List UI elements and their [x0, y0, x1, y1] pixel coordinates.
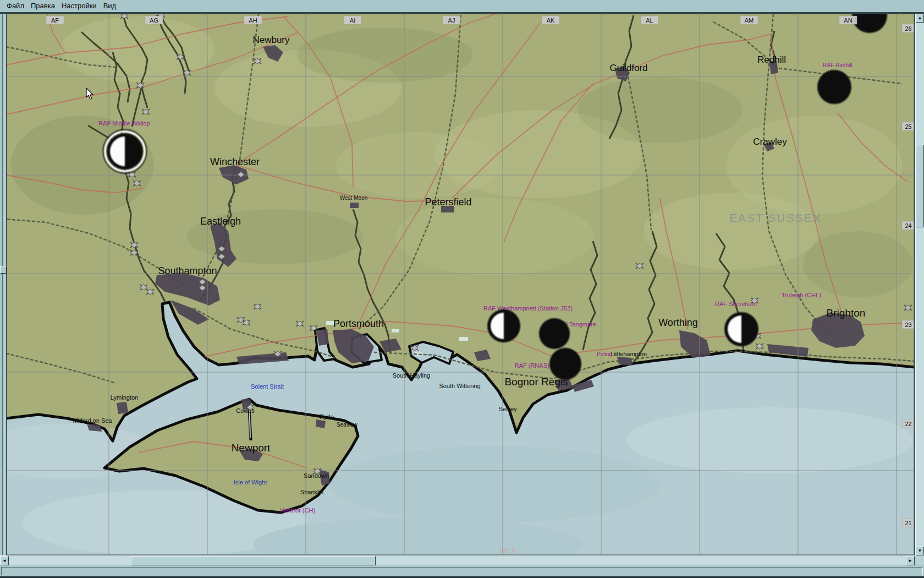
waypoint-marker-icon [130, 250, 138, 255]
svg-text:AL: AL [646, 17, 653, 24]
grid-row-23: 23 [902, 320, 915, 329]
svg-text:25: 25 [905, 123, 911, 130]
unit-icon-redhill[interactable] [817, 70, 851, 104]
waypoint-marker-icon [130, 242, 138, 248]
svg-text:26: 26 [905, 25, 911, 32]
map-label-raf-westhampnett-station-352: RAF Westhampnett (Station 352) [483, 305, 573, 312]
map-label-west-meon: West Meon [340, 195, 367, 201]
waypoint-marker-icon [411, 345, 419, 351]
map-label-newbury: Newbury [252, 35, 290, 45]
map-label-poling: Poling [597, 351, 612, 357]
svg-text:AM: AM [745, 17, 754, 24]
map-label-100-0: 100.0 [499, 547, 515, 555]
vertical-scrollbar-thumb[interactable] [916, 145, 924, 227]
map-label-south-wittering: South Wittering [439, 383, 480, 389]
svg-text:22: 22 [905, 421, 911, 427]
map-label-isle-of-wight: Isle of Wight [234, 479, 267, 486]
svg-text:AN: AN [844, 17, 852, 24]
scroll-up-button[interactable]: ▲ [916, 14, 924, 23]
left-slider-handle[interactable] [0, 266, 7, 274]
map-label-selsey: Selsey [498, 406, 517, 412]
waypoint-marker-icon [254, 58, 261, 64]
map-label-littlehampton: Littlehampton [610, 351, 647, 357]
horizontal-scrollbar[interactable]: ◄ ► [0, 555, 915, 565]
map-label-brighton: Brighton [827, 307, 866, 319]
map-label-milford-on-sea: Milford on Sea [73, 417, 113, 424]
status-bar [0, 566, 924, 576]
map-label-eastleigh: Eastleigh [200, 216, 241, 227]
grid-column-aj: AJ [443, 16, 460, 24]
unit-icon-ford[interactable] [549, 348, 581, 380]
svg-text:AJ: AJ [448, 17, 455, 24]
window-border [0, 12, 924, 14]
map-label-truleigh-chl: Truleigh (CHL) [782, 292, 821, 298]
status-bar-text [1, 567, 923, 575]
svg-text:AG: AG [150, 17, 158, 24]
menu-bar: Файл Правка Настройки Вид [0, 0, 924, 12]
horizontal-scrollbar-thumb[interactable] [131, 556, 376, 565]
map-label-portsmouth: Portsmouth [333, 318, 384, 329]
map-label-raf-middle-wallop: RAF Middle Wallop [98, 120, 150, 127]
map-canvas[interactable]: NewburyGuildfordRedhillCrawleyWinchester… [0, 0, 924, 578]
grid-row-21: 21 [902, 519, 915, 527]
grid-column-af: AF [46, 16, 64, 24]
menu-view[interactable]: Вид [100, 1, 120, 11]
left-slider[interactable] [0, 14, 6, 555]
waypoint-marker-icon [199, 279, 206, 285]
grid-column-ak: AK [542, 16, 559, 24]
svg-text:21: 21 [905, 520, 911, 526]
menu-file[interactable]: Файл [3, 1, 28, 11]
map-label-ventnor-ch: Ventnor (CH) [280, 507, 315, 514]
waypoint-marker-icon [133, 181, 141, 186]
waypoint-marker-icon [636, 263, 644, 269]
waypoint-marker-icon [237, 317, 245, 323]
waypoint-marker-icon [243, 320, 250, 325]
waypoint-marker-icon [146, 289, 154, 295]
grid-column-am: AM [740, 16, 758, 24]
unit-icon-shoreham[interactable] [724, 312, 758, 346]
map-label-sandown: Sandown [304, 472, 329, 479]
map-label-winchester: Winchester [210, 156, 260, 167]
map-label-seaview: Seaview [337, 422, 358, 428]
map-label-guildford: Guildford [610, 63, 648, 73]
svg-text:23: 23 [905, 321, 911, 328]
scroll-right-button[interactable]: ► [906, 556, 915, 565]
map-label-lymington: Lymington [111, 394, 138, 401]
svg-text:AK: AK [547, 17, 555, 24]
scroll-left-button[interactable]: ◄ [0, 556, 9, 565]
grid-column-ag: AG [145, 16, 163, 24]
svg-text:AI: AI [350, 17, 355, 24]
unit-icon-westhampnett[interactable] [487, 309, 520, 342]
waypoint-marker-icon [199, 285, 206, 291]
waypoint-marker-icon [136, 83, 144, 88]
map-label-raf-shoreham: RAF Shoreham [715, 301, 757, 307]
waypoint-marker-icon [296, 321, 304, 326]
waypoint-marker-icon [756, 343, 763, 349]
grid-row-24: 24 [902, 221, 915, 230]
waypoint-marker-icon [183, 70, 191, 75]
grid-column-ai: AI [344, 16, 361, 24]
app-window: Файл Правка Настройки Вид [0, 0, 924, 578]
map-label-southampton: Southampton [158, 265, 217, 276]
svg-text:24: 24 [905, 222, 911, 229]
unit-icon-middle-wallop[interactable] [103, 130, 146, 173]
waypoint-marker-icon [142, 109, 150, 114]
waypoint-marker-icon [310, 325, 317, 331]
scroll-down-button[interactable]: ▼ [916, 547, 924, 555]
menu-edit[interactable]: Правка [28, 1, 58, 11]
map-label-cowes: Cowes [236, 407, 255, 414]
grid-row-22: 22 [902, 419, 915, 428]
svg-text:AH: AH [249, 17, 257, 24]
waypoint-marker-icon [218, 254, 226, 259]
waypoint-marker-icon [904, 305, 912, 310]
waypoint-marker-icon [177, 54, 184, 59]
unit-icon-tangmere[interactable] [539, 318, 570, 349]
waypoint-marker-icon [254, 304, 261, 309]
map-label-petersfield: Petersfield [425, 197, 471, 208]
map-label-worthing: Worthing [658, 317, 698, 328]
map-label-newport: Newport [232, 442, 271, 454]
menu-settings[interactable]: Настройки [58, 1, 100, 11]
map-label-crawley: Crawley [753, 137, 787, 147]
vertical-scrollbar[interactable]: ▲ ▼ [915, 14, 924, 555]
map-label-ryde: Ryde [320, 413, 334, 420]
